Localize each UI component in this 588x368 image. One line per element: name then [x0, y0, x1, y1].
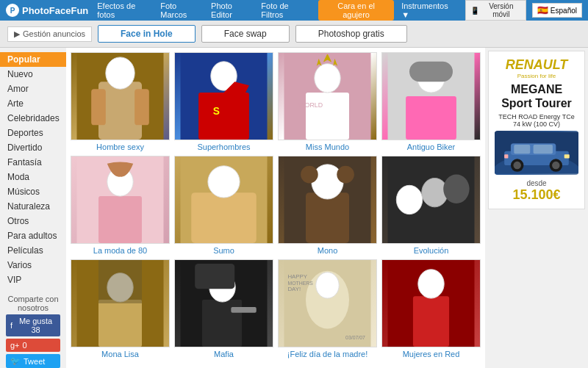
photo-grid: Hombre sexy S Superhombres — [71, 52, 481, 358]
thumb-sumo — [174, 156, 273, 244]
svg-rect-66 — [504, 155, 508, 159]
sidebar-item-moda[interactable]: Moda — [0, 170, 66, 184]
nav-marcos[interactable]: Foto Marcos — [160, 1, 204, 19]
lang-label: Español — [551, 7, 577, 15]
nav-editor[interactable]: Photo Editor — [211, 1, 254, 19]
tab-face-swap[interactable]: Face swap — [201, 25, 290, 43]
mobile-btn[interactable]: 📱 Versión móvil — [465, 0, 526, 21]
grid-item-monalisa[interactable]: Mona Lisa — [71, 259, 170, 358]
share-text: Comparte con nosotros — [6, 295, 60, 312]
label-miss-mundo: Miss Mundo — [306, 142, 349, 151]
ad-renault[interactable]: RENAULT Passion for life MEGANE Sport To… — [488, 51, 585, 209]
tweet-label: Tweet — [24, 357, 45, 366]
fb-icon: f — [10, 321, 12, 330]
desde-label: desde — [495, 179, 578, 187]
grid-item-madre[interactable]: HAPPY MOTHERS DAY! 03/07/07 ¡Feliz día d… — [278, 259, 377, 358]
grid-item-sumo[interactable]: Sumo — [174, 156, 273, 255]
tweet-btn[interactable]: 🐦 Tweet — [6, 354, 60, 368]
svg-text:WORLD: WORLD — [298, 101, 323, 109]
sidebar-item-vip[interactable]: VIP — [0, 273, 66, 287]
nav-filtros[interactable]: Foto de Filtros — [261, 1, 311, 19]
grid-item-evolucion[interactable]: Evolución — [381, 156, 481, 255]
mobile-icon: 📱 — [470, 7, 479, 15]
label-mono: Mono — [318, 246, 338, 255]
gplus-icon: g+ — [10, 341, 20, 350]
renault-logo: RENAULT — [495, 57, 578, 73]
tweet-icon: 🐦 — [10, 356, 21, 366]
sidebar-item-popular[interactable]: Popular — [0, 52, 66, 67]
svg-rect-41 — [202, 300, 242, 347]
tab-face-in-hole[interactable]: Face in Hole — [98, 25, 196, 43]
main-layout: Popular Nuevo Amor Arte Celebridades Dep… — [0, 48, 588, 368]
svg-rect-37 — [98, 300, 142, 347]
sidebar-item-celebridades[interactable]: Celebridades — [0, 111, 66, 126]
lang-btn[interactable]: 🇪🇸 Español — [532, 3, 582, 18]
svg-rect-44 — [231, 307, 256, 313]
svg-rect-59 — [514, 145, 530, 154]
label-evolucion: Evolución — [414, 246, 449, 255]
grid-item-superhombres[interactable]: S Superhombres — [174, 52, 273, 151]
thumb-hombre-sexy — [71, 52, 170, 140]
grid-item-miss-mundo[interactable]: WORLD Miss Mundo — [278, 52, 377, 151]
logo-icon: P — [6, 4, 19, 17]
car-tech: TECH ROAD Energy TCe 74 kW (100 CV) — [495, 113, 578, 128]
tabs-row: ▶ Gestión anuncios Face in Hole Face swa… — [0, 21, 588, 48]
grid-item-mafia[interactable]: Mafia — [174, 259, 273, 358]
svg-rect-11 — [306, 93, 349, 140]
flag-icon: 🇪🇸 — [537, 5, 548, 15]
svg-rect-3 — [91, 89, 106, 125]
mobile-label: Versión móvil — [481, 2, 521, 18]
thumb-moda80 — [71, 156, 170, 244]
label-mujeres: Mujeres en Red — [403, 350, 460, 358]
sidebar-item-varios[interactable]: Varios — [0, 258, 66, 273]
svg-point-54 — [418, 270, 444, 298]
ad-manage-btn[interactable]: ▶ Gestión anuncios — [7, 26, 92, 42]
svg-rect-65 — [564, 155, 570, 159]
fb-like-btn[interactable]: f Me gusta 38 — [6, 314, 60, 336]
nav-cara-btn[interactable]: Cara en el agujero — [318, 0, 394, 21]
grid-item-moda80[interactable]: La moda de 80 — [71, 156, 170, 255]
sidebar-item-naturaleza[interactable]: Naturaleza — [0, 199, 66, 214]
svg-rect-60 — [534, 145, 553, 154]
label-monalisa: Mona Lisa — [101, 350, 139, 358]
grid-item-biker[interactable]: Antiguo Biker — [381, 52, 481, 151]
svg-rect-39 — [98, 260, 142, 303]
sidebar-item-fantasia[interactable]: Fantasía — [0, 155, 66, 170]
label-sumo: Sumo — [213, 246, 234, 255]
grid-item-mono[interactable]: Mono — [278, 156, 377, 255]
grid-item-hombre-sexy[interactable]: Hombre sexy — [71, 52, 170, 151]
grid-item-mujeres[interactable]: Mujeres en Red — [381, 259, 481, 358]
logo-text: PhotoFaceFun — [22, 5, 88, 16]
gplus-btn[interactable]: g+ 0 — [6, 339, 60, 352]
sidebar-item-musicos[interactable]: Músicos — [0, 184, 66, 199]
sidebar-item-deportes[interactable]: Deportes — [0, 126, 66, 140]
car-model: MEGANE Sport Tourer — [495, 82, 578, 110]
nav-instrumentos[interactable]: Instrumentos ▼ — [401, 1, 456, 19]
svg-point-47 — [316, 273, 339, 298]
nav-efectos[interactable]: Efectos de fotos — [97, 1, 153, 19]
sidebar-item-otros[interactable]: Otros — [0, 214, 66, 228]
sidebar-item-nuevo[interactable]: Nuevo — [0, 67, 66, 82]
svg-rect-20 — [409, 62, 453, 82]
svg-rect-53 — [413, 296, 449, 347]
svg-rect-43 — [195, 264, 234, 289]
thumb-biker — [381, 52, 481, 140]
svg-text:03/07/07: 03/07/07 — [345, 335, 365, 340]
svg-point-35 — [443, 175, 469, 203]
price-box: desde 15.100€ — [495, 179, 578, 203]
sidebar-item-peliculas[interactable]: Películas — [0, 243, 66, 258]
top-nav: P PhotoFaceFun Efectos de fotos Foto Mar… — [0, 0, 588, 21]
thumb-madre: HAPPY MOTHERS DAY! 03/07/07 — [278, 259, 377, 347]
thumb-mono — [278, 156, 377, 244]
price-value: 15.100€ — [495, 187, 578, 203]
svg-point-64 — [552, 162, 560, 170]
svg-point-30 — [301, 166, 318, 184]
sidebar-item-arte[interactable]: Arte — [0, 96, 66, 111]
gplus-label: 0 — [23, 341, 27, 350]
tab-photoshop[interactable]: Photoshop gratis — [295, 25, 407, 43]
sidebar-item-divertido[interactable]: Divertido — [0, 140, 66, 155]
svg-point-62 — [513, 162, 521, 170]
sidebar-item-para-adultos[interactable]: Para adultos — [0, 228, 66, 243]
sidebar-item-amor[interactable]: Amor — [0, 82, 66, 96]
svg-point-31 — [337, 166, 354, 184]
